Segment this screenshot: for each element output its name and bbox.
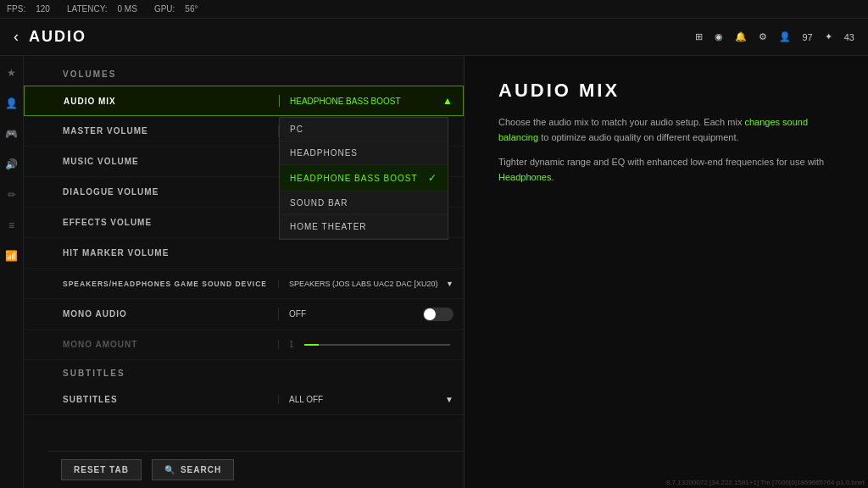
sound-device-value[interactable]: SPEAKERS (JOS LABS UAC2 DAC [XU20) ▼ <box>278 280 464 288</box>
mono-audio-toggle[interactable] <box>423 308 453 321</box>
latency-label: LATENCY: <box>67 4 108 14</box>
audio-mix-dropdown[interactable]: PC HEADPHONES HEADPHONE BASS BOOST ✓ SOU… <box>279 117 448 240</box>
master-volume-label: MASTER VOLUME <box>24 126 278 136</box>
version-info: 8.7.13200072 [34.222.1581+1] Tm [7000[0]… <box>666 479 865 486</box>
music-volume-label: MUSIC VOLUME <box>24 157 278 166</box>
search-icon: 🔍 <box>164 465 175 474</box>
mono-audio-off-label: OFF <box>289 309 306 319</box>
hit-marker-volume-label: HIT MARKER VOLUME <box>24 248 278 258</box>
level-value: 97 <box>803 32 813 42</box>
subtitles-label: SUBTITLES <box>24 395 278 404</box>
headphones-link[interactable]: Headphones <box>498 172 551 182</box>
header: ‹ AUDIO ⊞ ◉ 🔔 ⚙ 👤 97 ✦ 43 <box>0 19 868 56</box>
nav-icon-edit[interactable]: ✏ <box>3 186 20 203</box>
gpu-label: GPU: <box>154 4 175 14</box>
players-icon[interactable]: ✦ <box>825 31 832 42</box>
settings-panel: VOLUMES AUDIO MIX HEADPHONE BASS BOOST ▲… <box>24 56 465 488</box>
audio-mix-row[interactable]: AUDIO MIX HEADPHONE BASS BOOST ▲ PC HEAD… <box>24 86 464 116</box>
mono-audio-value[interactable]: OFF <box>278 308 464 321</box>
back-button[interactable]: ‹ <box>14 28 19 46</box>
sound-device-text: SPEAKERS (JOS LABS UAC2 DAC [XU20) <box>289 280 438 288</box>
sound-device-row[interactable]: SPEAKERS/HEADPHONES GAME SOUND DEVICE SP… <box>24 269 464 299</box>
mono-amount-value[interactable]: 1 <box>278 340 464 349</box>
reset-tab-button[interactable]: RESET TAB <box>61 459 142 480</box>
mono-amount-row: MONO AMOUNT 1 <box>24 330 464 360</box>
sound-device-label: SPEAKERS/HEADPHONES GAME SOUND DEVICE <box>24 280 278 288</box>
nav-icon-star[interactable]: ★ <box>3 64 20 81</box>
dropdown-soundbar-label: SOUND BAR <box>290 198 348 208</box>
dropdown-headphones-label: HEADPHONES <box>290 148 358 158</box>
dropdown-item-pc[interactable]: PC <box>280 118 448 141</box>
sound-device-chevron: ▼ <box>446 280 453 288</box>
mono-amount-label: MONO AMOUNT <box>24 340 278 349</box>
fps-value: 120 <box>36 4 50 14</box>
players-value: 43 <box>844 32 854 42</box>
subtitles-row[interactable]: SUBTITLES ALL OFF ▼ <box>24 385 464 415</box>
dropdown-item-headphone-bass-boost[interactable]: HEADPHONE BASS BOOST ✓ <box>280 165 448 191</box>
nav-icon-audio[interactable]: 🔊 <box>3 156 20 173</box>
page-title: AUDIO <box>29 28 695 46</box>
effects-volume-label: EFFECTS VOLUME <box>24 218 278 227</box>
mono-amount-slider[interactable] <box>304 344 450 346</box>
mono-audio-label: MONO AUDIO <box>24 309 278 319</box>
audio-mix-label: AUDIO MIX <box>25 97 279 106</box>
hit-marker-volume-row[interactable]: HIT MARKER VOLUME <box>24 238 464 269</box>
dropdown-hbb-label: HEADPHONE BASS BOOST <box>290 174 418 183</box>
top-bar: FPS: 120 LATENCY: 0 MS GPU: 56° <box>0 0 868 19</box>
audio-mix-selected: HEADPHONE BASS BOOST <box>290 97 401 106</box>
nav-icon-controller[interactable]: 🎮 <box>3 125 20 142</box>
nav-icon-signal[interactable]: 📶 <box>3 247 20 264</box>
dropdown-item-sound-bar[interactable]: SOUND BAR <box>280 191 448 215</box>
nav-icon-person[interactable]: 👤 <box>3 95 20 112</box>
main-layout: ★ 👤 🎮 🔊 ✏ ≡ 📶 VOLUMES AUDIO MIX HEADPHON… <box>0 56 868 488</box>
fps-label: FPS: <box>7 4 25 14</box>
header-icons: ⊞ ◉ 🔔 ⚙ 👤 97 ✦ 43 <box>695 31 855 42</box>
dropdown-pc-label: PC <box>290 125 303 134</box>
dropdown-item-home-theater[interactable]: HOME THEATER <box>280 215 448 239</box>
slider-fill <box>304 344 319 346</box>
check-icon: ✓ <box>428 172 437 184</box>
toggle-knob <box>424 308 436 320</box>
gpu-value: 56° <box>185 4 198 14</box>
dropdown-item-headphones[interactable]: HEADPHONES <box>280 141 448 165</box>
gear-icon[interactable]: ⚙ <box>759 31 767 42</box>
dialogue-volume-label: DIALOGUE VOLUME <box>24 187 278 197</box>
grid-icon[interactable]: ⊞ <box>695 31 703 42</box>
chevron-up-icon: ▲ <box>442 95 453 107</box>
volumes-section-label: VOLUMES <box>24 69 464 86</box>
search-button[interactable]: 🔍 SEARCH <box>152 459 234 480</box>
info-panel: AUDIO MIX Choose the audio mix to match … <box>465 56 868 488</box>
latency-value: 0 MS <box>118 4 137 14</box>
subtitles-text: ALL OFF <box>289 395 323 404</box>
info-panel-desc1: Choose the audio mix to match your audio… <box>498 115 834 145</box>
side-nav: ★ 👤 🎮 🔊 ✏ ≡ 📶 <box>0 56 24 488</box>
info-panel-title: AUDIO MIX <box>498 80 834 102</box>
bell-icon[interactable]: 🔔 <box>735 31 747 42</box>
subtitles-chevron-icon: ▼ <box>445 395 453 404</box>
profile-icon[interactable]: 👤 <box>779 31 791 42</box>
mono-amount-number: 1 <box>289 340 294 349</box>
subtitles-section-label: SUBTITLES <box>24 369 464 385</box>
subtitles-value[interactable]: ALL OFF ▼ <box>278 395 464 404</box>
bottom-bar: RESET TAB 🔍 SEARCH <box>47 451 465 488</box>
dropdown-hometheater-label: HOME THEATER <box>290 222 367 231</box>
audio-mix-value[interactable]: HEADPHONE BASS BOOST ▲ <box>279 95 463 107</box>
headset-icon[interactable]: ◉ <box>715 31 723 42</box>
info-panel-desc2: Tighter dynamic range and EQ with enhanc… <box>498 155 834 185</box>
mono-audio-row[interactable]: MONO AUDIO OFF <box>24 299 464 330</box>
nav-icon-list[interactable]: ≡ <box>3 217 20 234</box>
